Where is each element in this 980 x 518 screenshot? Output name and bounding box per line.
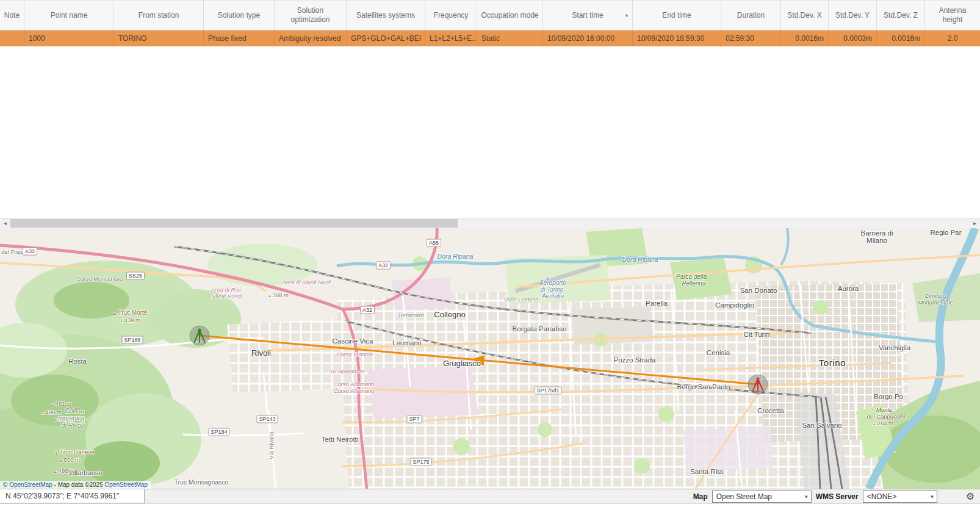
column-header-std-dev-x[interactable]: Std.Dev. X [781,1,829,30]
column-header-duration[interactable]: Duration [721,1,781,30]
map-select-label: Map [693,492,708,501]
column-label: Duration [737,11,765,20]
attribution-link[interactable]: © OpenStreetMap [3,481,52,488]
column-header-start-time[interactable]: Start time ▲ [543,1,633,30]
cell-std-dev-y: 0.0003m [829,31,877,46]
column-header-solution-optimization[interactable]: Solution optimization [275,1,347,30]
cell-std-dev-x: 0.0016m [781,31,829,46]
horizontal-scrollbar[interactable]: ◄ ► [0,218,980,228]
map-source-value: Open Street Map [716,492,803,501]
column-label: Solution type [218,11,260,20]
status-bar: N 45°02'39.9073"; E 7°40'45.9961" Map Op… [0,489,980,504]
table-header: Note Point name From station Solution ty… [0,1,980,31]
cell-std-dev-z: 0.0016m [877,31,925,46]
column-header-end-time[interactable]: End time [633,1,721,30]
cell-frequency: L1+L2+L5+E... [425,31,477,46]
column-label: Std.Dev. Z [884,11,918,20]
cell-end-time: 10/09/2020 18:59:30 [633,31,721,46]
column-header-satellites-systems[interactable]: Satellites systems [347,1,425,30]
map-source-select[interactable]: Open Street Map ▾ [712,491,812,503]
column-label: Solution optimization [278,6,342,24]
column-label: Satellites systems [356,11,415,20]
column-label: From station [139,11,179,20]
settings-gear-icon[interactable]: ⚙ [966,492,975,502]
column-label: Std.Dev. Y [835,11,870,20]
wms-server-value: <NONE> [867,492,929,501]
cell-occupation-mode: Static [477,31,543,46]
map-controls: Map Open Street Map ▾ WMS Server <NONE> … [693,491,980,503]
column-header-occupation-mode[interactable]: Occupation mode [477,1,543,30]
cell-note [0,31,24,46]
column-header-std-dev-y[interactable]: Std.Dev. Y [829,1,877,30]
wms-select-label: WMS Server [816,492,859,501]
station-marker-1[interactable] [190,326,209,345]
scrollbar-thumb[interactable] [10,219,458,228]
column-label: Note [4,11,20,20]
attribution-text: - Map data ©2025 [52,481,105,488]
cell-duration: 02:59:30 [721,31,781,46]
cell-solution-optimization: Ambiguity resolved [275,31,347,46]
cell-start-time: 10/09/2020 16:00:00 [543,31,633,46]
sort-ascending-icon: ▲ [624,12,629,18]
column-header-note[interactable]: Note [0,1,24,30]
column-header-point-name[interactable]: Point name [24,1,114,30]
table-row[interactable]: 1000 TORINO Phase fixed Ambiguity resolv… [0,31,980,46]
scroll-right-arrow-icon[interactable]: ► [970,218,980,228]
coordinates-display: N 45°02'39.9073"; E 7°40'45.9961" [0,489,145,503]
column-label: Std.Dev. X [787,11,821,20]
wms-server-select[interactable]: <NONE> ▾ [863,491,937,503]
scroll-left-arrow-icon[interactable]: ◄ [0,218,10,228]
cell-satellites-systems: GPS+GLO+GAL+BEI [347,31,425,46]
chevron-down-icon: ▾ [929,494,935,500]
column-header-from-station[interactable]: From station [114,1,204,30]
attribution-link[interactable]: OpenStreetMap [105,481,148,488]
column-label: End time [662,11,691,20]
cell-solution-type: Phase fixed [204,31,275,46]
cell-point-name: 1000 [24,31,114,46]
cell-antenna-height: 2.0 [925,31,980,46]
results-table-panel: Note Point name From station Solution ty… [0,0,980,228]
map-attribution: © OpenStreetMap - Map data ©2025 OpenStr… [0,481,151,489]
station-marker-0[interactable] [748,375,768,394]
app-window: Note Point name From station Solution ty… [0,0,980,518]
column-header-solution-type[interactable]: Solution type [204,1,275,30]
column-label: Point name [51,11,88,20]
column-label: Occupation mode [481,11,538,20]
column-header-antenna-height[interactable]: Antenna height [925,1,980,30]
map-canvas[interactable] [0,228,980,489]
cell-from-station: TORINO [114,31,204,46]
column-header-std-dev-z[interactable]: Std.Dev. Z [877,1,925,30]
column-label: Start time [572,11,603,20]
column-label: Frequency [434,11,469,20]
column-label: Antenna height [929,6,976,24]
chevron-down-icon: ▾ [803,494,810,500]
column-header-frequency[interactable]: Frequency [425,1,477,30]
map-view[interactable]: TorinoRivoliCollegnoGrugliascoCascine Vi… [0,228,980,489]
